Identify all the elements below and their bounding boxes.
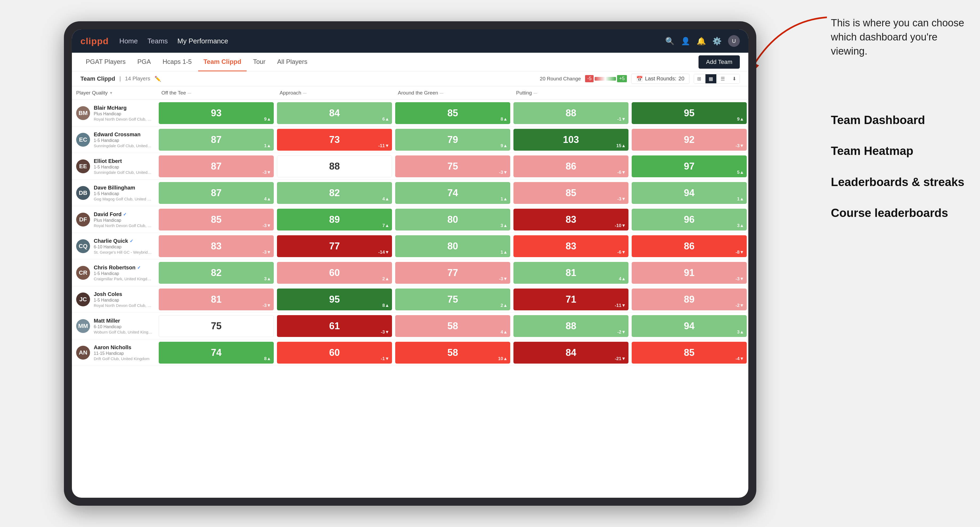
add-team-button[interactable]: Add Team xyxy=(698,56,740,69)
sort-arrow-putting[interactable]: — xyxy=(533,91,537,95)
score-value: 94 xyxy=(684,187,695,198)
avatar[interactable]: U xyxy=(728,35,740,47)
score-change: 1▲ xyxy=(501,250,508,255)
badge-low: -5 xyxy=(585,75,593,82)
player-rows: BMBlair McHargPlus HandicapRoyal North D… xyxy=(72,100,748,498)
player-info[interactable]: DFDavid Ford✓Plus HandicapRoyal North De… xyxy=(72,208,157,231)
player-details: Matt Miller6-10 HandicapWoburn Golf Club… xyxy=(94,318,152,334)
tab-hcaps[interactable]: Hcaps 1-5 xyxy=(158,53,197,71)
player-handicap: 1-5 Handicap xyxy=(94,165,152,170)
score-cell: 81-3▼ xyxy=(159,289,274,310)
player-info[interactable]: DBDave Billingham1-5 HandicapGog Magog G… xyxy=(72,181,157,205)
table-row: BMBlair McHargPlus HandicapRoyal North D… xyxy=(72,100,748,126)
score-cell: 71-11▼ xyxy=(514,289,628,310)
edit-team-icon[interactable]: ✏️ xyxy=(154,76,161,82)
score-value: 71 xyxy=(566,294,576,305)
score-value: 86 xyxy=(684,241,695,252)
score-change: -3▼ xyxy=(499,276,508,282)
score-cell: 975▲ xyxy=(632,156,747,177)
tab-pgat-players[interactable]: PGAT Players xyxy=(80,53,131,71)
score-change: -2▼ xyxy=(735,303,744,308)
player-handicap: 1-5 Handicap xyxy=(94,298,152,303)
sort-arrow-approach[interactable]: — xyxy=(303,91,307,95)
player-name: Charlie Quick✓ xyxy=(94,238,152,244)
score-value: 97 xyxy=(684,161,695,172)
score-change: -3▼ xyxy=(735,143,744,149)
score-change: -11▼ xyxy=(615,303,626,308)
score-cell: 752▲ xyxy=(395,289,510,310)
tab-team-clippd[interactable]: Team Clippd xyxy=(198,53,247,71)
score-value: 85 xyxy=(211,214,221,225)
score-value: 80 xyxy=(447,241,458,252)
player-club: Royal North Devon Golf Club, United King… xyxy=(94,223,152,228)
column-headers: Player Quality ▼ Off the Tee — Approach … xyxy=(72,86,748,100)
score-value: 85 xyxy=(566,187,576,198)
nav-home[interactable]: Home xyxy=(119,36,138,46)
player-club: Gog Magog Golf Club, United Kingdom xyxy=(94,197,152,201)
player-handicap: 1-5 Handicap xyxy=(94,271,152,276)
bell-icon[interactable]: 🔔 xyxy=(697,37,706,46)
score-value: 58 xyxy=(447,347,458,358)
sort-arrow-green[interactable]: — xyxy=(440,91,444,95)
team-separator: | xyxy=(119,76,121,82)
logo: clippd xyxy=(80,36,109,46)
score-cell: 941▲ xyxy=(632,182,747,204)
score-change: 3▲ xyxy=(737,223,744,229)
score-cell: 89-2▼ xyxy=(632,289,747,310)
nav-teams[interactable]: Teams xyxy=(147,36,168,46)
score-value: 95 xyxy=(329,294,340,305)
score-change: 1▲ xyxy=(737,197,744,202)
score-cell: 584▲ xyxy=(395,315,510,337)
score-change: 9▲ xyxy=(501,143,508,149)
person-icon[interactable]: 👤 xyxy=(681,37,690,46)
player-info[interactable]: EEElliot Ebert1-5 HandicapSunningdale Go… xyxy=(72,155,157,178)
player-info[interactable]: ANAaron Nicholls11-15 HandicapDrift Golf… xyxy=(72,341,157,364)
score-value: 84 xyxy=(329,108,340,119)
player-info[interactable]: JCJosh Coles1-5 HandicapRoyal North Devo… xyxy=(72,288,157,311)
player-info[interactable]: CRChris Robertson✓1-5 HandicapCraigmilla… xyxy=(72,261,157,284)
view-grid-btn[interactable]: ⊞ xyxy=(694,74,704,83)
player-info[interactable]: BMBlair McHargPlus HandicapRoyal North D… xyxy=(72,102,157,125)
score-change: 5▲ xyxy=(737,170,744,175)
player-info[interactable]: ECEdward Crossman1-5 HandicapSunningdale… xyxy=(72,128,157,151)
view-heatmap-btn[interactable]: ▦ xyxy=(705,74,716,83)
player-details: Elliot Ebert1-5 HandicapSunningdale Golf… xyxy=(94,158,152,175)
tab-all-players[interactable]: All Players xyxy=(272,53,313,71)
player-handicap: Plus Handicap xyxy=(94,111,152,116)
navbar-links: Home Teams My Performance xyxy=(119,36,665,46)
last-rounds-button[interactable]: 📅 Last Rounds: 20 xyxy=(631,74,689,84)
score-cell: 824▲ xyxy=(277,182,392,204)
view-download-btn[interactable]: ⬇ xyxy=(729,74,740,83)
score-value: 60 xyxy=(329,347,340,358)
settings-icon[interactable]: ⚙️ xyxy=(712,37,722,46)
table-row: MMMatt Miller6-10 HandicapWoburn Golf Cl… xyxy=(72,313,748,339)
tab-pga[interactable]: PGA xyxy=(132,53,156,71)
avatar: EE xyxy=(76,159,90,173)
score-change: -10▼ xyxy=(615,223,626,229)
score-value: 81 xyxy=(566,267,576,278)
score-cell: 748▲ xyxy=(159,342,274,364)
player-info[interactable]: MMMatt Miller6-10 HandicapWoburn Golf Cl… xyxy=(72,314,157,338)
calendar-icon: 📅 xyxy=(636,76,643,82)
sort-arrow-tee[interactable]: — xyxy=(188,91,191,95)
avatar: MM xyxy=(76,319,90,333)
score-value: 89 xyxy=(329,214,340,225)
score-cell: 88-2▼ xyxy=(514,315,628,337)
search-icon[interactable]: 🔍 xyxy=(665,37,675,46)
score-cell: 61-3▼ xyxy=(277,315,392,337)
player-details: Charlie Quick✓6-10 HandicapSt. George's … xyxy=(94,238,152,254)
nav-my-performance[interactable]: My Performance xyxy=(177,36,228,46)
score-value: 103 xyxy=(563,134,579,145)
score-cell: 958▲ xyxy=(277,289,392,310)
tab-tour[interactable]: Tour xyxy=(248,53,271,71)
player-details: Edward Crossman1-5 HandicapSunningdale G… xyxy=(94,132,152,148)
score-change: 8▲ xyxy=(264,356,271,362)
view-list-btn[interactable]: ☰ xyxy=(718,74,728,83)
sort-arrow[interactable]: ▼ xyxy=(109,91,113,95)
player-info[interactable]: CQCharlie Quick✓6-10 HandicapSt. George'… xyxy=(72,235,157,258)
player-name: Elliot Ebert xyxy=(94,158,152,164)
score-value: 87 xyxy=(211,134,221,145)
player-name: Aaron Nicholls xyxy=(94,344,150,351)
score-change: -3▼ xyxy=(262,303,271,308)
score-cell: 86-8▼ xyxy=(632,235,747,257)
